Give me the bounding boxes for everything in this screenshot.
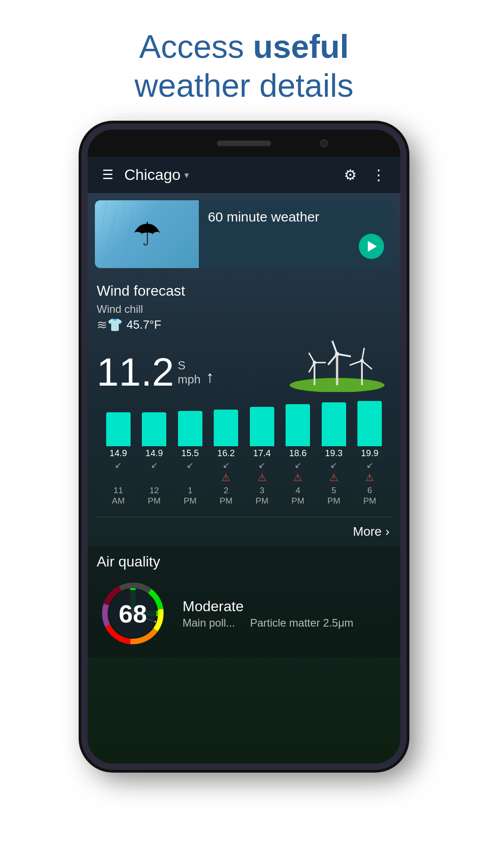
- dropdown-arrow-icon: ▾: [184, 170, 189, 180]
- wind-bar: [286, 404, 310, 446]
- wind-warning-slot: ⚠: [329, 472, 338, 484]
- wind-bar-col: 15.5↙⚠1PM: [172, 411, 208, 506]
- wind-bar-direction-arrow: ↙: [187, 460, 193, 470]
- wind-bar-time: 4PM: [291, 486, 305, 506]
- wind-direction-arrow: ↑: [206, 368, 214, 387]
- wind-bar-direction-arrow: ↙: [295, 460, 301, 470]
- wind-bar: [250, 407, 274, 446]
- wind-bar-value: 15.5: [181, 448, 199, 458]
- wind-bar-direction-arrow: ↙: [330, 460, 337, 470]
- wind-forecast-title: Wind forecast: [97, 283, 391, 299]
- more-chevron-icon: ›: [385, 524, 389, 539]
- wind-chill-row: Wind chill: [97, 303, 391, 316]
- wind-bar-col: 19.9↙⚠6PM: [352, 401, 388, 506]
- aqi-gauge: 68: [97, 577, 169, 650]
- svg-line-3: [309, 353, 315, 363]
- wind-bar-col: 16.2↙⚠2PM: [208, 410, 244, 506]
- more-menu-icon[interactable]: ⋮: [368, 163, 389, 187]
- phone-vol-down-button: [81, 252, 84, 283]
- wind-bar-time: 11AM: [112, 486, 125, 506]
- city-selector[interactable]: Chicago ▾: [124, 166, 333, 184]
- wind-bar: [142, 412, 166, 446]
- wind-speed-container: 11.2 S mph ↑: [97, 352, 214, 392]
- more-label: More: [353, 524, 382, 539]
- wind-warning-icon: ⚠: [329, 472, 338, 483]
- wind-unit: mph: [178, 373, 201, 387]
- wind-bar-value: 14.9: [109, 448, 127, 458]
- wind-chill-temp: 45.7°F: [127, 318, 161, 332]
- wind-bar-time: 6PM: [363, 486, 376, 506]
- svg-line-15: [350, 361, 362, 365]
- pollutant-label: Main poll...: [183, 617, 235, 629]
- turbines-svg: [287, 338, 387, 392]
- phone-vol-up-button: [81, 211, 84, 243]
- svg-line-14: [362, 361, 372, 369]
- play-button[interactable]: [359, 234, 384, 259]
- wind-bar-value: 16.2: [217, 448, 235, 458]
- wind-bar-time: 5PM: [328, 486, 341, 506]
- air-quality-details: Moderate Main poll... Particle matter 2.…: [183, 598, 391, 629]
- toolbar: ☰ Chicago ▾ ⚙ ⋮: [88, 157, 400, 193]
- wind-bar-time: 12PM: [148, 486, 161, 506]
- svg-line-10: [328, 354, 337, 365]
- wind-turbines-image: [287, 338, 391, 392]
- wind-warning-icon: ⚠: [221, 472, 230, 483]
- wind-bar: [106, 412, 131, 446]
- wind-chill-icon: ≋👕: [97, 317, 123, 332]
- wind-speed-unit: S mph: [178, 359, 201, 387]
- wind-bar-direction-arrow: ↙: [223, 460, 230, 470]
- wind-warning-icon: ⚠: [293, 472, 302, 483]
- wind-bar-value: 14.9: [145, 448, 163, 458]
- wind-warning-slot: ⚠: [186, 472, 195, 484]
- wind-warning-icon: ⚠: [365, 472, 374, 483]
- phone-power-button: [404, 220, 407, 265]
- wind-warning-slot: ⚠: [150, 472, 159, 484]
- wind-chill-label: Wind chill: [97, 303, 143, 316]
- air-quality-title: Air quality: [97, 553, 391, 570]
- svg-line-8: [332, 341, 337, 354]
- phone-frame: ☰ Chicago ▾ ⚙ ⋮: [81, 123, 407, 770]
- city-name: Chicago: [124, 166, 181, 184]
- wind-bar-col: 14.9↙⚠12PM: [136, 412, 173, 506]
- wind-bar-value: 17.4: [253, 448, 271, 458]
- wind-bar-direction-arrow: ↙: [151, 460, 158, 470]
- air-quality-row: 68 Moderate Main poll... Particle matter…: [97, 577, 391, 650]
- wind-warning-slot: ⚠: [114, 472, 123, 484]
- weather-card-title: 60 minute weather: [208, 209, 384, 225]
- wind-bar-col: 19.3↙⚠5PM: [316, 402, 352, 506]
- wind-chill-value-row: ≋👕 45.7°F: [97, 317, 391, 332]
- phone-screen: ☰ Chicago ▾ ⚙ ⋮: [88, 157, 400, 764]
- wind-bar: [214, 410, 238, 446]
- wind-main-row: 11.2 S mph ↑: [97, 338, 391, 392]
- wind-bar-time: 2PM: [220, 486, 233, 506]
- more-button[interactable]: More ›: [88, 517, 400, 546]
- weather-card-content: 60 minute weather: [199, 200, 393, 268]
- phone-camera: [320, 139, 328, 147]
- wind-bar: [357, 401, 382, 446]
- wind-bar-col: 18.6↙⚠4PM: [280, 404, 316, 506]
- settings-icon[interactable]: ⚙: [340, 163, 361, 187]
- wind-direction: S: [178, 359, 201, 373]
- wind-warning-slot: ⚠: [258, 472, 267, 484]
- page-header: Access useful weather details: [108, 0, 380, 123]
- header-line1: Access: [139, 28, 253, 65]
- wind-bar-direction-arrow: ↙: [115, 460, 122, 470]
- wind-warning-icon: ⚠: [258, 472, 267, 483]
- particle-label: Particle matter 2.5μm: [250, 617, 353, 629]
- sixty-minute-weather-card[interactable]: ☂ 60 minute weather: [95, 200, 393, 268]
- svg-line-9: [337, 354, 351, 356]
- aqi-number: 68: [119, 599, 147, 628]
- wind-warning-slot: ⚠: [221, 472, 230, 484]
- phone-speaker: [217, 141, 271, 146]
- wind-bar-direction-arrow: ↙: [366, 460, 373, 470]
- header-line2: weather details: [135, 67, 353, 104]
- wind-bar-direction-arrow: ↙: [258, 460, 265, 470]
- header-bold: useful: [253, 28, 349, 65]
- wind-bar-value: 19.3: [325, 448, 343, 458]
- wind-speed-number: 11.2: [97, 352, 174, 392]
- svg-line-13: [362, 348, 364, 361]
- menu-icon[interactable]: ☰: [99, 164, 117, 186]
- wind-bar: [322, 402, 346, 446]
- wind-bar-col: 14.9↙⚠11AM: [100, 412, 136, 506]
- air-quality-section: Air quality: [88, 546, 400, 657]
